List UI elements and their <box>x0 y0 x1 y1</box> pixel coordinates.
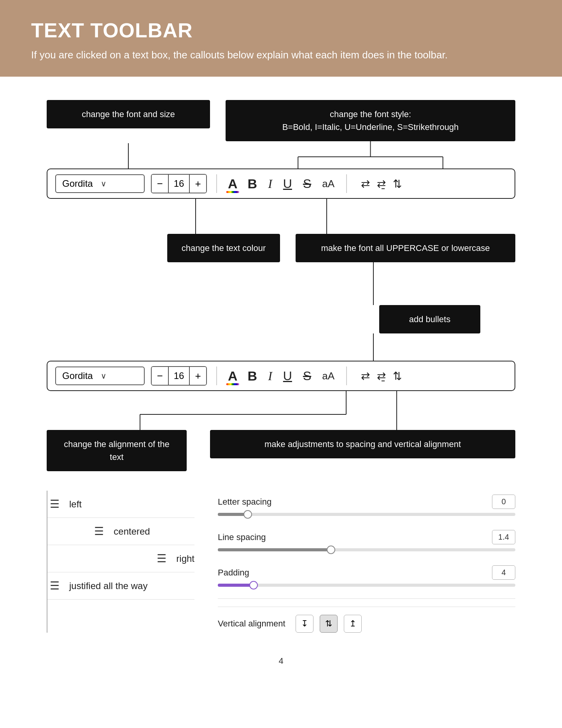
letter-spacing-thumb[interactable] <box>243 510 252 519</box>
callout-uppercase: make the font all UPPERCASE or lowercase <box>296 234 515 262</box>
callout-alignment: change the alignment of the text <box>47 430 187 471</box>
vertical-alignment-row: Vertical alignment ↧ ⇅ ↥ <box>218 607 515 633</box>
page-title: TEXT TOOLBAR <box>31 19 531 42</box>
letter-spacing-slider[interactable] <box>218 513 515 516</box>
bottom-details: ☰ left ☰ centered ☰ right ☰ justified al… <box>47 491 515 633</box>
line-spacing-slider[interactable] <box>218 548 515 551</box>
vert-align-middle-button[interactable]: ⇅ <box>320 615 338 633</box>
strikethrough-button-2[interactable]: S <box>301 369 313 383</box>
padding-track <box>218 584 254 587</box>
callout-font-style: change the font style: B=Bold, I=Italic,… <box>226 100 515 141</box>
callout-row-4: change the alignment of the text make ad… <box>47 430 515 471</box>
vertical-alignment-label: Vertical alignment <box>218 619 285 629</box>
align-right-symbol: ☰ <box>154 552 168 565</box>
toolbar-divider-1 <box>216 174 217 193</box>
bold-button-2[interactable]: B <box>245 368 260 384</box>
connector-svg-3 <box>47 262 515 305</box>
main-content: change the font and size change the font… <box>0 77 562 713</box>
align-left-symbol: ☰ <box>47 498 61 510</box>
vert-align-top-button[interactable]: ↥ <box>344 615 362 633</box>
font-size-value-2: 16 <box>169 370 189 381</box>
size-controls: − 16 + <box>151 174 207 193</box>
header-subtitle: If you are clicked on a text box, the ca… <box>31 49 531 61</box>
align-bullets-icon-2[interactable]: ⇄̱ <box>375 370 387 382</box>
page-number: 4 <box>31 656 531 682</box>
toolbar-2: Gordita ∨ − 16 + A B I U S aA ⇄ ⇄̱ ⇅ <box>47 361 515 391</box>
padding-value[interactable]: 4 <box>492 565 515 580</box>
connector-svg-4 <box>47 333 515 361</box>
toolbar-1: Gordita ∨ − 16 + A B I U S aA <box>47 168 515 199</box>
header: TEXT TOOLBAR If you are clicked on a tex… <box>0 0 562 77</box>
padding-label: Padding <box>218 568 288 578</box>
alignment-list: ☰ left ☰ centered ☰ right ☰ justified al… <box>47 491 194 633</box>
line-spacing-track <box>218 548 331 551</box>
case-toggle-button-2[interactable]: aA <box>320 370 337 382</box>
callout-row-bullets: add bullets <box>47 305 515 333</box>
padding-control: Padding 4 <box>218 565 515 599</box>
size-controls-2: − 16 + <box>151 366 207 386</box>
align-bullets-icon[interactable]: ⇄̱ <box>375 177 387 190</box>
case-toggle-button[interactable]: aA <box>320 178 337 190</box>
font-selector[interactable]: Gordita ∨ <box>55 174 145 193</box>
align-justify-symbol: ☰ <box>47 579 61 592</box>
padding-thumb[interactable] <box>249 581 258 589</box>
align-right-label: right <box>176 553 194 564</box>
increase-size-button-2[interactable]: + <box>189 367 206 385</box>
list-item-left: ☰ left <box>47 491 194 518</box>
align-center-symbol: ☰ <box>92 525 106 538</box>
spacing-panel: Letter spacing 0 Line spacing 1.4 <box>218 491 515 633</box>
strikethrough-button[interactable]: S <box>301 177 313 191</box>
list-item-centered: ☰ centered <box>47 518 194 545</box>
bold-button[interactable]: B <box>245 176 260 191</box>
line-spacing-label: Line spacing <box>218 532 288 542</box>
font-name: Gordita <box>62 178 93 189</box>
alignment-icons-group: ⇄ ⇄̱ ⇅ <box>359 177 403 190</box>
toolbar-divider-4 <box>346 367 347 385</box>
underline-button[interactable]: U <box>281 177 294 191</box>
italic-button[interactable]: I <box>266 177 275 191</box>
underline-button-2[interactable]: U <box>281 369 294 383</box>
connector-svg-5 <box>47 391 515 430</box>
list-item-right: ☰ right <box>47 545 194 572</box>
align-left-label: left <box>69 499 82 510</box>
decrease-size-button-2[interactable]: − <box>152 367 169 385</box>
vert-align-bottom-button[interactable]: ↧ <box>296 615 313 633</box>
font-size-value: 16 <box>169 178 189 189</box>
line-spacing-value[interactable]: 1.4 <box>492 530 515 544</box>
connector-svg-fontstyle <box>226 141 515 168</box>
align-justify-label: justified all the way <box>69 581 147 591</box>
align-left-icon-2[interactable]: ⇄ <box>359 370 371 382</box>
connector-line-font-size <box>128 143 129 168</box>
align-spacing-icon[interactable]: ⇅ <box>391 177 403 190</box>
callout-spacing: make adjustments to spacing and vertical… <box>210 430 515 458</box>
text-color-button[interactable]: A <box>226 176 239 191</box>
italic-button-2[interactable]: I <box>266 369 275 383</box>
decrease-size-button[interactable]: − <box>152 175 169 193</box>
callout-bullets: add bullets <box>379 305 480 333</box>
chevron-down-icon[interactable]: ∨ <box>101 179 107 188</box>
callout-text-colour: change the text colour <box>167 234 280 262</box>
align-spacing-icon-2[interactable]: ⇅ <box>391 370 403 382</box>
line-spacing-control: Line spacing 1.4 <box>218 530 515 551</box>
align-left-icon[interactable]: ⇄ <box>359 177 371 190</box>
connector-svg-2 <box>47 199 515 234</box>
toolbar-divider-3 <box>216 367 217 385</box>
toolbar-divider-2 <box>346 174 347 193</box>
callout-row-2: change the text colour make the font all… <box>47 234 515 262</box>
padding-slider[interactable] <box>218 584 515 587</box>
font-selector-2[interactable]: Gordita ∨ <box>55 367 145 385</box>
list-item-justified: ☰ justified all the way <box>47 572 194 600</box>
callout-font-size: change the font and size <box>47 100 210 128</box>
letter-spacing-label: Letter spacing <box>218 497 288 507</box>
letter-spacing-control: Letter spacing 0 <box>218 495 515 516</box>
alignment-icons-group-2: ⇄ ⇄̱ ⇅ <box>359 370 403 382</box>
font-name-2: Gordita <box>62 370 93 381</box>
line-spacing-thumb[interactable] <box>327 546 335 554</box>
letter-spacing-value[interactable]: 0 <box>492 495 515 509</box>
align-center-label: centered <box>114 526 150 537</box>
increase-size-button[interactable]: + <box>189 175 206 193</box>
text-color-button-2[interactable]: A <box>226 368 239 384</box>
chevron-down-icon-2[interactable]: ∨ <box>101 371 107 381</box>
